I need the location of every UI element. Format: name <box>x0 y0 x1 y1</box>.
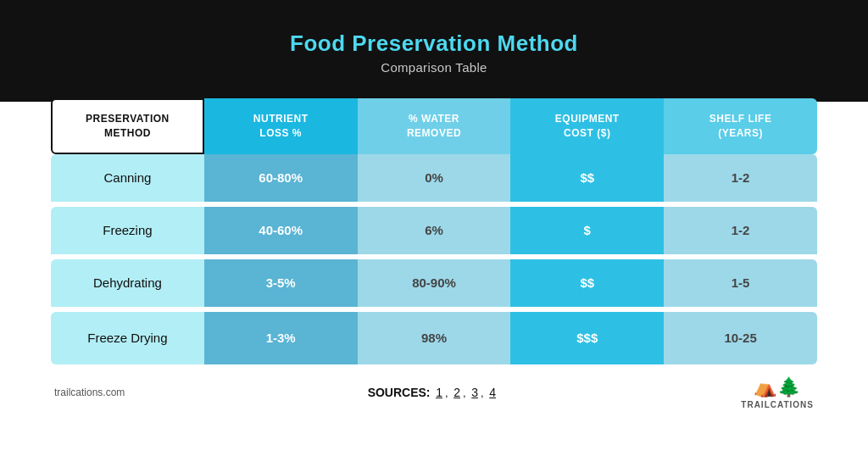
table-row: Canning60-80%0%$$1-2 <box>51 154 817 207</box>
sources-section: SOURCES: 1, 2, 3, 4 <box>125 386 741 399</box>
cell-row1-col2: 6% <box>358 207 511 259</box>
subtitle: Comparison Table <box>290 60 578 75</box>
cell-row2-col0: Dehydrating <box>51 259 204 312</box>
comparison-table: PRESERVATIONMETHOD NUTRIENTLOSS % % WATE… <box>51 98 817 364</box>
source-link-1[interactable]: 1 <box>436 386 442 399</box>
cell-row1-col4: 1-2 <box>664 207 817 259</box>
cell-row2-col3: $$ <box>510 259 664 312</box>
col-header-water: % WATERREMOVED <box>358 98 511 154</box>
cell-row2-col4: 1-5 <box>664 259 817 312</box>
cell-row2-col1: 3-5% <box>204 259 358 312</box>
cell-row0-col2: 0% <box>358 154 511 207</box>
cell-row3-col4: 10-25 <box>664 312 817 364</box>
cell-row3-col2: 98% <box>358 312 511 364</box>
footer: trailcations.com SOURCES: 1, 2, 3, 4 ⛺🌲 … <box>51 376 817 409</box>
table-row: Dehydrating3-5%80-90%$$1-5 <box>51 259 817 312</box>
cell-row0-col4: 1-2 <box>664 154 817 207</box>
col-header-method: PRESERVATIONMETHOD <box>51 98 204 154</box>
cell-row1-col1: 40-60% <box>204 207 358 259</box>
cell-row0-col3: $$ <box>510 154 664 207</box>
page-wrapper: Food Preservation Method Comparison Tabl… <box>0 0 868 456</box>
cell-row3-col1: 1-3% <box>204 312 358 364</box>
col-header-nutrient: NUTRIENTLOSS % <box>204 98 358 154</box>
main-title: Food Preservation Method <box>290 31 578 57</box>
col-header-shelf: SHELF LIFE(YEARS) <box>664 98 817 154</box>
logo-text: TRAILCATIONS <box>741 400 814 409</box>
source-link-3[interactable]: 3 <box>471 386 478 399</box>
cell-row1-col0: Freezing <box>51 207 204 259</box>
cell-row1-col3: $ <box>510 207 664 259</box>
cell-row0-col1: 60-80% <box>204 154 358 207</box>
source-link-4[interactable]: 4 <box>489 386 496 399</box>
sources-label: SOURCES: <box>368 386 431 399</box>
website-label: trailcations.com <box>54 386 125 398</box>
logo: ⛺🌲 TRAILCATIONS <box>741 376 814 409</box>
source-link-2[interactable]: 2 <box>453 386 460 399</box>
col-header-equipment: EQUIPMENTCOST ($) <box>510 98 664 154</box>
table-header-row: PRESERVATIONMETHOD NUTRIENTLOSS % % WATE… <box>51 98 817 154</box>
cell-row3-col3: $$$ <box>510 312 664 364</box>
cell-row0-col0: Canning <box>51 154 204 207</box>
table-row: Freezing40-60%6%$1-2 <box>51 207 817 259</box>
table-row: Freeze Drying1-3%98%$$$10-25 <box>51 312 817 364</box>
logo-icon: ⛺🌲 <box>754 376 801 398</box>
table-container: PRESERVATIONMETHOD NUTRIENTLOSS % % WATE… <box>51 98 817 364</box>
cell-row2-col2: 80-90% <box>358 259 511 312</box>
cell-row3-col0: Freeze Drying <box>51 312 204 364</box>
header-content: Food Preservation Method Comparison Tabl… <box>290 24 578 75</box>
